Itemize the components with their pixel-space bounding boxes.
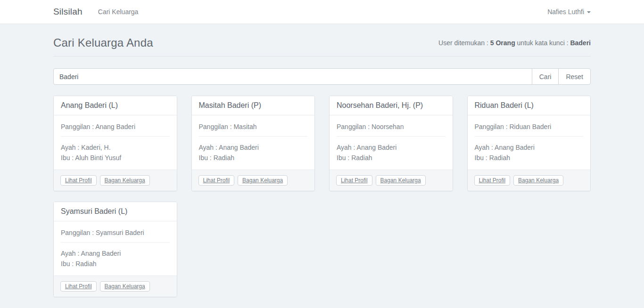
family-chart-button[interactable]: Bagan Keluarga [238, 175, 288, 186]
person-card: Masitah Baderi (P) Panggilan : Masitah A… [191, 96, 315, 191]
search-submit-button[interactable]: Cari [532, 68, 559, 85]
family-chart-button[interactable]: Bagan Keluarga [100, 281, 150, 292]
person-mother: Ibu : Radiah [475, 153, 584, 163]
person-card-body: Panggilan : Noorsehan Ayah : Anang Bader… [330, 115, 453, 170]
view-profile-button[interactable]: Lihat Profil [60, 281, 97, 292]
search-result-summary: User ditemukan : 5 Orang untuk kata kunc… [438, 39, 591, 47]
person-name: Anang Baderi (L) [61, 101, 170, 110]
search-input[interactable] [53, 68, 532, 85]
person-card: Riduan Baderi (L) Panggilan : Riduan Bad… [467, 96, 591, 191]
person-name: Syamsuri Baderi (L) [61, 207, 170, 216]
person-name: Noorsehan Baderi, Hj. (P) [337, 101, 446, 110]
person-nickname: Panggilan : Anang Baderi [61, 123, 170, 130]
view-profile-button[interactable]: Lihat Profil [336, 175, 372, 186]
person-father: Ayah : Kaderi, H. [61, 142, 170, 153]
user-dropdown-label: Nafies Luthfi [547, 8, 584, 16]
person-card: Anang Baderi (L) Panggilan : Anang Bader… [53, 96, 177, 191]
search-reset-button[interactable]: Reset [558, 68, 591, 85]
search-form: Cari Reset [53, 68, 591, 85]
person-card-header: Syamsuri Baderi (L) [54, 202, 177, 221]
view-profile-button[interactable]: Lihat Profil [60, 175, 97, 186]
result-card-col: Masitah Baderi (P) Panggilan : Masitah A… [184, 96, 322, 191]
person-nickname: Panggilan : Syamsuri Baderi [61, 229, 170, 236]
person-card-body: Panggilan : Anang Baderi Ayah : Kaderi, … [54, 115, 177, 170]
view-profile-button[interactable]: Lihat Profil [474, 175, 511, 186]
result-middle: untuk kata kunci : [515, 39, 570, 47]
person-mother: Ibu : Aluh Binti Yusuf [61, 153, 170, 163]
person-card-footer: Lihat Profil Bagan Keluarga [192, 170, 315, 191]
person-father: Ayah : Anang Baderi [199, 142, 308, 153]
person-card-body: Panggilan : Syamsuri Baderi Ayah : Anang… [54, 221, 177, 276]
main-content: Cari Keluarga Anda User ditemukan : 5 Or… [46, 36, 598, 308]
person-card: Syamsuri Baderi (L) Panggilan : Syamsuri… [53, 202, 177, 297]
divider [475, 136, 584, 137]
result-card-col: Noorsehan Baderi, Hj. (P) Panggilan : No… [322, 96, 460, 191]
person-card-footer: Lihat Profil Bagan Keluarga [54, 170, 177, 191]
person-mother: Ibu : Radiah [337, 153, 446, 163]
result-keyword: Baderi [570, 39, 591, 47]
person-father: Ayah : Anang Baderi [61, 248, 170, 259]
person-card-body: Panggilan : Masitah Ayah : Anang Baderi … [192, 115, 315, 170]
family-chart-button[interactable]: Bagan Keluarga [376, 175, 426, 186]
person-nickname: Panggilan : Masitah [199, 123, 308, 130]
person-nickname: Panggilan : Riduan Baderi [475, 123, 584, 130]
view-profile-button[interactable]: Lihat Profil [198, 175, 235, 186]
results-grid: Anang Baderi (L) Panggilan : Anang Bader… [46, 96, 598, 308]
caret-down-icon [587, 11, 591, 13]
result-prefix: User ditemukan : [438, 39, 490, 47]
result-card-col: Anang Baderi (L) Panggilan : Anang Bader… [46, 96, 184, 191]
person-father: Ayah : Anang Baderi [475, 142, 584, 153]
divider [199, 136, 308, 137]
person-card-header: Masitah Baderi (P) [192, 96, 315, 115]
person-card-header: Noorsehan Baderi, Hj. (P) [330, 96, 453, 115]
user-dropdown[interactable]: Nafies Luthfi [547, 8, 591, 16]
person-card-header: Anang Baderi (L) [54, 96, 177, 115]
person-nickname: Panggilan : Noorsehan [337, 123, 446, 130]
person-card-footer: Lihat Profil Bagan Keluarga [54, 276, 177, 297]
person-card: Noorsehan Baderi, Hj. (P) Panggilan : No… [329, 96, 453, 191]
person-name: Masitah Baderi (P) [199, 101, 308, 110]
brand-logo[interactable]: Silsilah [53, 7, 83, 17]
person-name: Riduan Baderi (L) [475, 101, 584, 110]
person-mother: Ibu : Radiah [61, 259, 170, 269]
divider [337, 136, 446, 137]
divider [61, 242, 170, 243]
nav-item-cari-keluarga[interactable]: Cari Keluarga [98, 8, 139, 16]
navbar: Silsilah Cari Keluarga Nafies Luthfi [0, 0, 644, 24]
person-mother: Ibu : Radiah [199, 153, 308, 163]
family-chart-button[interactable]: Bagan Keluarga [100, 175, 150, 186]
person-card-header: Riduan Baderi (L) [468, 96, 591, 115]
result-card-col: Riduan Baderi (L) Panggilan : Riduan Bad… [460, 96, 598, 191]
divider [61, 136, 170, 137]
person-card-body: Panggilan : Riduan Baderi Ayah : Anang B… [468, 115, 591, 170]
person-father: Ayah : Anang Baderi [337, 142, 446, 153]
page-title: Cari Keluarga Anda [53, 36, 153, 49]
family-chart-button[interactable]: Bagan Keluarga [513, 175, 563, 186]
person-card-footer: Lihat Profil Bagan Keluarga [330, 170, 453, 191]
result-card-col: Syamsuri Baderi (L) Panggilan : Syamsuri… [46, 202, 184, 297]
result-count: 5 Orang [490, 39, 515, 47]
person-card-footer: Lihat Profil Bagan Keluarga [468, 170, 591, 191]
page-header: Cari Keluarga Anda User ditemukan : 5 Or… [53, 36, 591, 57]
